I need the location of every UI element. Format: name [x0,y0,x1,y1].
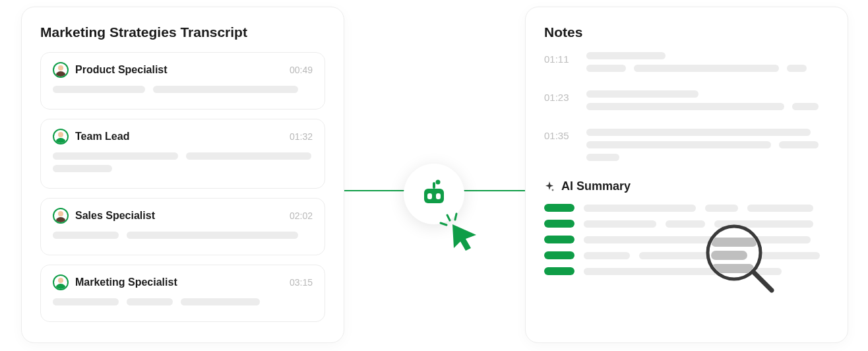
timestamp: 03:15 [290,277,313,288]
avatar-icon [53,129,69,144]
note-body [586,90,829,115]
note-body [586,129,829,166]
svg-line-5 [447,215,450,220]
transcript-title: Marketing Strategies Transcript [40,24,325,40]
ai-summary-line [544,251,829,259]
ai-summary-line [544,267,829,275]
sparkle-icon [544,181,555,192]
note-body [586,52,829,77]
ai-summary-header: AI Summary [544,179,829,193]
svg-rect-2 [436,193,441,199]
speaker-name: Team Lead [75,131,290,143]
summary-bullet [544,251,574,259]
timestamp: 01:32 [290,131,313,142]
note-timestamp: 01:23 [544,90,571,103]
speaker-name: Sales Specialist [75,210,290,222]
svg-rect-3 [433,182,435,189]
entry-header: Product Specialist 00:49 [53,62,313,78]
transcript-panel: Marketing Strategies Transcript Product … [21,7,344,343]
svg-rect-1 [427,193,432,199]
avatar-icon [53,274,69,290]
skeleton-line [53,232,313,239]
svg-point-4 [436,180,441,185]
transcript-entry[interactable]: Marketing Specialist 03:15 [40,265,325,322]
speaker-name: Marketing Specialist [75,276,290,288]
transcript-entry[interactable]: Sales Specialist 02:02 [40,198,325,255]
skeleton-line [53,86,313,93]
svg-line-7 [455,214,456,220]
transcript-entry[interactable]: Product Specialist 00:49 [40,52,325,110]
skeleton-line [53,152,313,160]
svg-line-6 [441,223,447,225]
ai-summary-title: AI Summary [561,179,631,193]
avatar-icon [53,62,69,78]
skeleton-line [53,165,313,172]
timestamp: 02:02 [290,210,313,221]
speaker-name: Product Specialist [75,64,290,76]
summary-bullet [544,267,574,275]
avatar-icon [53,208,69,224]
summary-bullet [544,220,574,228]
skeleton-line [53,298,313,305]
summary-bullet [544,236,574,243]
entry-header: Marketing Specialist 03:15 [53,274,313,290]
note-timestamp: 01:35 [544,129,571,141]
entry-header: Sales Specialist 02:02 [53,208,313,224]
ai-summary-line [544,204,829,212]
notes-title: Notes [544,24,829,40]
svg-rect-0 [424,189,444,203]
transcript-entry[interactable]: Team Lead 01:32 [40,119,325,189]
note-timestamp: 01:11 [544,52,571,65]
notes-panel: Notes 01:11 01:23 01:35 AI Summary [525,7,848,343]
cursor-click-icon [438,212,484,252]
note-item[interactable]: 01:11 [544,52,829,77]
bot-icon [418,177,450,211]
entry-header: Team Lead 01:32 [53,129,313,144]
ai-summary-line [544,236,829,243]
timestamp: 00:49 [290,65,313,75]
ai-summary-line [544,220,829,228]
note-item[interactable]: 01:23 [544,90,829,115]
summary-bullet [544,204,574,212]
note-item[interactable]: 01:35 [544,129,829,166]
